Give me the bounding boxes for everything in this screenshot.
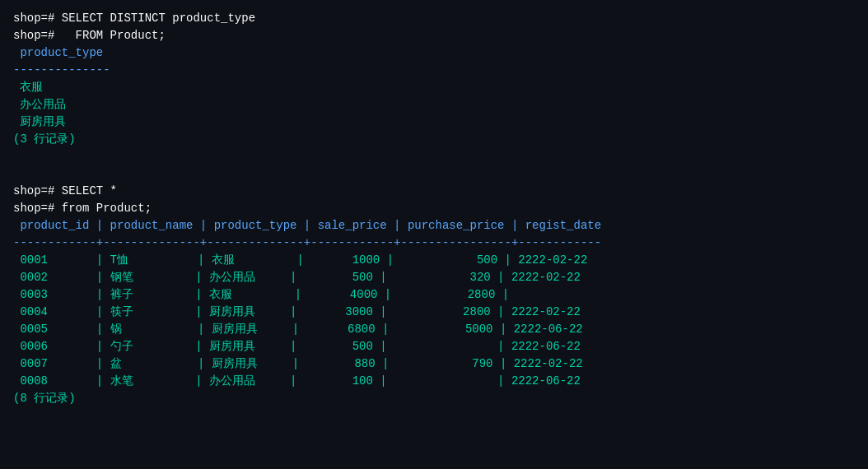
query1-divider: --------------: [13, 62, 855, 79]
query2-results: 0001 | T恤 | 衣服 | 1000 | 500 | 2222-02-22…: [13, 252, 855, 390]
query1-line2: shop=# FROM Product;: [13, 27, 855, 44]
table-row: 衣服: [13, 79, 855, 96]
table-row: 0005 | 锅 | 厨房用具 | 6800 | 5000 | 2222-06-…: [13, 321, 855, 338]
query2-header: product_id | product_name | product_type…: [13, 217, 855, 234]
table-row: 0003 | 裤子 | 衣服 | 4000 | 2800 |: [13, 286, 855, 304]
table-row: 办公用品: [13, 96, 855, 114]
table-row: 0002 | 钢笔 | 办公用品 | 500 | 320 | 2222-02-2…: [13, 269, 855, 286]
table-row: 0001 | T恤 | 衣服 | 1000 | 500 | 2222-02-22: [13, 252, 855, 269]
table-row: 厨房用具: [13, 114, 855, 131]
blank1: [13, 148, 855, 165]
query1-line1: shop=# SELECT DISTINCT product_type: [13, 10, 855, 27]
query2-count: (8 行记录): [13, 390, 855, 407]
table-row: 0004 | 筷子 | 厨房用具 | 3000 | 2800 | 2222-02…: [13, 304, 855, 321]
query2-line2: shop=# from Product;: [13, 200, 855, 217]
terminal: shop=# SELECT DISTINCT product_type shop…: [13, 10, 855, 407]
table-row: 0006 | 勺子 | 厨房用具 | 500 | | 2222-06-22: [13, 338, 855, 355]
query1-header: product_type: [13, 44, 855, 62]
query2-divider: ------------+--------------+------------…: [13, 234, 855, 252]
query2-line1: shop=# SELECT *: [13, 183, 855, 200]
table-row: 0008 | 水笔 | 办公用品 | 100 | | 2222-06-22: [13, 373, 855, 390]
table-row: 0007 | 盆 | 厨房用具 | 880 | 790 | 2222-02-22: [13, 355, 855, 373]
query1-results: 衣服 办公用品 厨房用具: [13, 79, 855, 131]
blank2: [13, 165, 855, 183]
query1-count: (3 行记录): [13, 131, 855, 148]
